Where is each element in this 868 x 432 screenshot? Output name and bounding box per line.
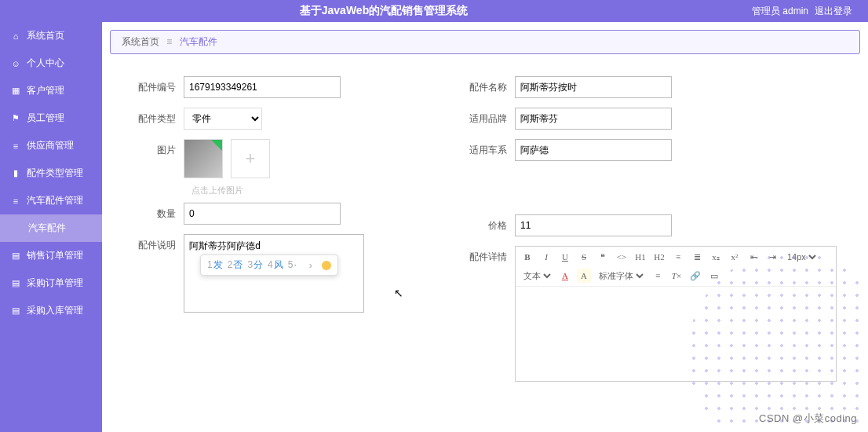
ime-popup[interactable]: f 1发2否3分4风5· › [200,254,338,276]
ul-icon[interactable]: ≣ [690,250,704,264]
sidebar-item-9[interactable]: ▤采购订单管理 [0,269,102,297]
sub-icon[interactable]: x₂ [709,250,723,264]
grid-icon: ▦ [11,86,20,96]
sidebar-item-5[interactable]: ▮配件类型管理 [0,159,102,187]
underline-icon[interactable]: U [558,250,572,264]
sidebar-item-label: 供应商管理 [27,139,74,152]
order-icon: ▤ [11,251,20,261]
sidebar-item-3[interactable]: ⚑员工管理 [0,104,102,132]
user-label: 管理员 admin [752,5,808,18]
editor-body[interactable] [516,287,836,381]
label-brand: 适用品牌 [465,108,515,126]
align-icon[interactable]: ≡ [651,269,665,283]
link-icon[interactable]: 🔗 [688,269,702,283]
ime-brand-icon [322,261,331,270]
strike-icon[interactable]: S [577,250,591,264]
bold-icon[interactable]: B [520,250,534,264]
sidebar-item-7[interactable]: 汽车配件 [0,214,102,242]
label-image: 图片 [133,139,184,157]
input-qty[interactable] [184,203,341,225]
ime-candidate[interactable]: 发 [213,259,223,270]
ime-num: 5 [288,259,294,270]
breadcrumb-current: 汽车配件 [180,36,217,47]
user-icon: ☺ [11,59,20,68]
ime-input: f [204,241,206,252]
label-price: 价格 [465,214,515,232]
sidebar-item-2[interactable]: ▦客户管理 [0,77,102,104]
outdent-icon[interactable]: ⇥ [765,250,779,264]
input-series[interactable] [515,139,672,161]
input-price[interactable] [515,214,672,236]
sidebar: ⌂系统首页☺个人中心▦客户管理⚑员工管理≡供应商管理▮配件类型管理≡汽车配件管理… [0,22,102,432]
sidebar-item-0[interactable]: ⌂系统首页 [0,22,102,49]
h2-icon[interactable]: H2 [652,250,666,264]
ime-next[interactable]: › [309,260,312,271]
code-icon[interactable]: <> [615,250,629,264]
sidebar-item-label: 汽车配件 [28,221,66,235]
breadcrumb: 系统首页 ≡ 汽车配件 [110,30,860,54]
ime-candidate[interactable]: 否 [233,259,243,270]
label-part-type: 配件类型 [133,108,184,126]
chart-icon: ▮ [11,169,20,178]
breadcrumb-home[interactable]: 系统首页 [122,36,159,47]
select-part-type[interactable]: 零件 [184,108,262,130]
image-add-button[interactable]: + [231,139,270,178]
app-title: 基于JavaWeb的汽配销售管理系统 [16,4,752,18]
paragraph-select[interactable]: 文本 [520,270,553,281]
main: 系统首页 ≡ 汽车配件 配件编号 配件类型 零件 图片 + 点击上传图片 [102,22,868,432]
image-hint: 点击上传图片 [191,185,425,196]
header: 基于JavaWeb的汽配销售管理系统 管理员 admin 退出登录 [0,0,868,22]
sidebar-item-label: 采购订单管理 [27,276,83,290]
label-qty: 数量 [133,203,184,221]
image-icon[interactable]: ▭ [707,269,721,283]
sidebar-item-label: 采购入库管理 [27,304,83,317]
ime-candidate[interactable]: 风 [274,259,283,270]
ol-icon[interactable]: ≡ [671,250,685,264]
indent-icon[interactable]: ⇤ [746,250,760,264]
input-brand[interactable] [515,108,672,130]
fontsize-select[interactable]: 14px [784,251,819,262]
ime-num: 4 [268,259,273,270]
sidebar-item-label: 汽车配件管理 [27,194,83,207]
sidebar-item-label: 配件类型管理 [27,167,83,180]
h1-icon[interactable]: H1 [633,250,647,264]
label-part-name: 配件名称 [465,76,515,94]
watermark: CSDN @小菜coding [759,412,857,426]
sidebar-item-4[interactable]: ≡供应商管理 [0,132,102,159]
color-icon[interactable]: A [558,269,572,283]
sidebar-item-6[interactable]: ≡汽车配件管理 [0,187,102,214]
editor-toolbar: B I U S ❝ <> H1 H2 ≡ ≣ x₂ x² ⇤ ⇥ [516,247,836,287]
sidebar-item-8[interactable]: ▤销售订单管理 [0,242,102,269]
ime-candidate[interactable]: 分 [253,259,263,270]
clear-icon[interactable]: T× [669,269,684,283]
input-part-no[interactable] [184,76,341,98]
sidebar-item-label: 系统首页 [27,29,64,42]
font-select[interactable]: 标准字体 [596,270,646,281]
sidebar-item-1[interactable]: ☺个人中心 [0,49,102,77]
sidebar-item-10[interactable]: ▤采购入库管理 [0,297,102,324]
label-series: 适用车系 [465,139,515,157]
rich-editor: B I U S ❝ <> H1 H2 ≡ ≣ x₂ x² ⇤ ⇥ [515,246,837,382]
ime-num: 2 [228,259,233,270]
label-desc: 配件说明 [133,234,184,252]
sidebar-item-label: 员工管理 [27,112,64,125]
sidebar-item-label: 个人中心 [27,57,64,70]
ime-num: 1 [207,259,213,270]
sup-icon[interactable]: x² [728,250,742,264]
image-thumb[interactable] [184,139,223,178]
sidebar-item-label: 销售订单管理 [27,249,83,262]
supplier-icon: ≡ [11,141,20,151]
input-part-name[interactable] [515,76,672,98]
logout-link[interactable]: 退出登录 [815,5,852,18]
italic-icon[interactable]: I [539,250,553,264]
quote-icon[interactable]: ❝ [596,250,610,264]
ime-candidate[interactable]: · [294,259,296,270]
breadcrumb-sep: ≡ [166,36,172,47]
home-icon: ⌂ [11,31,20,41]
staff-icon: ⚑ [11,114,20,123]
stock-icon: ▤ [11,306,20,316]
ime-num: 3 [247,259,253,270]
label-detail: 配件详情 [465,246,515,264]
bgcolor-icon[interactable]: A [577,269,591,283]
po-icon: ▤ [11,279,20,288]
